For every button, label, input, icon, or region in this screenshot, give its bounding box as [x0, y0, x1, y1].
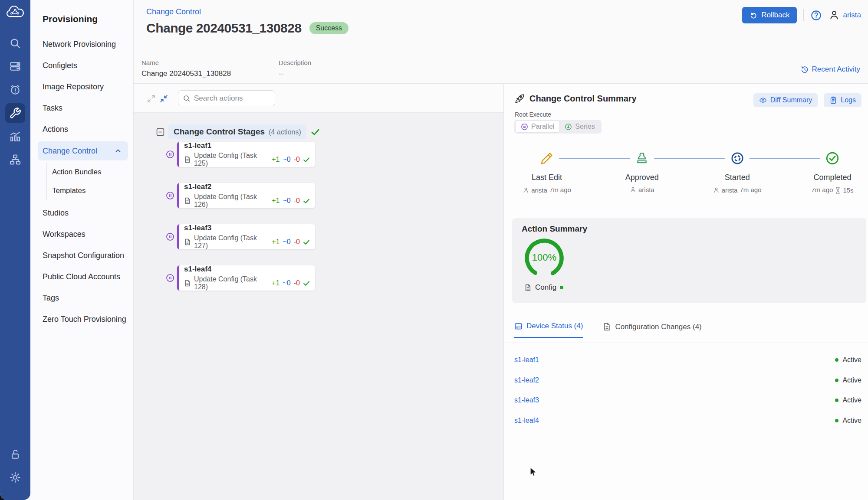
- rocket-icon: [514, 93, 525, 104]
- tab-configuration-changes[interactable]: Configuration Changes (4): [603, 322, 701, 338]
- sidebar-item-tasks[interactable]: Tasks: [30, 98, 133, 119]
- provisioning-wrench-icon[interactable]: [9, 107, 21, 119]
- stage-success-check-icon: [303, 239, 310, 246]
- device-link[interactable]: s1-leaf4: [514, 417, 539, 425]
- stage-success-check-icon: [303, 280, 310, 287]
- breadcrumb-change-control[interactable]: Change Control: [146, 7, 201, 16]
- collapse-node-icon[interactable]: [156, 128, 164, 136]
- lines-added-count: +1: [272, 279, 279, 287]
- tab-label: Configuration Changes (4): [615, 323, 701, 331]
- pencil-icon: [539, 151, 554, 166]
- stage-card-s1-leaf1[interactable]: s1-leaf1 Update Config (Task 125) +1 ~0 …: [177, 142, 315, 167]
- document-icon: [184, 156, 191, 163]
- sidebar-item-snapshot-configuration[interactable]: Snapshot Configuration: [30, 245, 133, 266]
- topology-icon[interactable]: [9, 154, 21, 166]
- device-row: s1-leaf3 Active: [514, 390, 861, 411]
- timeline-connector: [559, 158, 630, 159]
- sidebar-item-action-bundles[interactable]: Action Bundles: [47, 163, 133, 181]
- parallel-icon: [521, 123, 528, 131]
- stages-root-node[interactable]: Change Control Stages (4 actions): [168, 124, 306, 139]
- configuration-changes-tab-icon: [603, 323, 611, 331]
- timeline-step-time[interactable]: 7m ago: [740, 186, 761, 194]
- hourglass-icon: [835, 187, 841, 194]
- stage-card-s1-leaf2[interactable]: s1-leaf2 Update Config (Task 126) +1 ~0 …: [177, 183, 315, 208]
- parallel-toggle[interactable]: Parallel: [516, 121, 559, 132]
- sidebar-item-image-repository[interactable]: Image Repository: [30, 76, 133, 98]
- tabs-divider: [504, 343, 868, 343]
- timeline-step-time[interactable]: 7m ago: [549, 186, 571, 194]
- stage-card-s1-leaf4[interactable]: s1-leaf4 Update Config (Task 128) +1 ~0 …: [177, 265, 315, 291]
- active-status-dot: [835, 379, 838, 382]
- collapse-all-icon[interactable]: [159, 94, 168, 103]
- stage-name: s1-leaf3: [184, 224, 310, 232]
- stage-name: s1-leaf4: [184, 265, 310, 274]
- pause-circle-icon[interactable]: [166, 150, 174, 159]
- device-link[interactable]: s1-leaf1: [514, 356, 539, 364]
- rollback-button[interactable]: Rollback: [742, 7, 797, 23]
- person-icon: [630, 186, 636, 193]
- timeline-connector: [654, 158, 725, 159]
- parallel-label: Parallel: [531, 123, 554, 131]
- root-execute-label: Root Execute: [515, 111, 551, 118]
- stage-success-check-icon: [303, 156, 310, 163]
- diff-summary-label: Diff Summary: [770, 96, 812, 104]
- timeline-connector: [750, 158, 820, 159]
- description-field: Description --: [279, 59, 311, 78]
- sidebar-item-change-control[interactable]: Change Control: [38, 141, 128, 160]
- series-icon: [565, 123, 572, 131]
- logs-button[interactable]: Logs: [824, 93, 861, 107]
- lines-added-count: +1: [272, 238, 279, 246]
- change-control-timeline: Last Edit arista 7m ago Approved: [514, 149, 865, 199]
- recent-activity-link[interactable]: Recent Activity: [801, 65, 861, 74]
- device-row: s1-leaf1 Active: [514, 350, 861, 370]
- stage-card-s1-leaf3[interactable]: s1-leaf3 Update Config (Task 127) +1 ~0 …: [177, 224, 315, 249]
- settings-gear-icon[interactable]: [9, 471, 21, 484]
- document-icon: [524, 284, 532, 291]
- help-icon[interactable]: [810, 10, 822, 21]
- sidebar-item-zero-touch-provisioning[interactable]: Zero Touch Provisioning: [30, 309, 133, 330]
- lock-open-icon[interactable]: [9, 448, 21, 461]
- timeline-step-started: Started arista 7m ago: [705, 149, 770, 194]
- name-field: Name Change 20240531_130828: [141, 59, 231, 78]
- pause-circle-icon[interactable]: [166, 191, 174, 200]
- pause-circle-icon[interactable]: [166, 232, 174, 241]
- active-status-dot: [835, 399, 838, 402]
- started-target-icon: [730, 151, 745, 166]
- lines-added-count: +1: [272, 156, 279, 163]
- sidebar-item-actions[interactable]: Actions: [30, 119, 133, 140]
- search-icon[interactable]: [9, 37, 21, 49]
- sidebar-item-configlets[interactable]: Configlets: [30, 55, 133, 76]
- pause-circle-icon[interactable]: [166, 274, 174, 282]
- devices-icon[interactable]: [9, 60, 21, 72]
- sidebar-provisioning: Provisioning Network Provisioning Config…: [30, 0, 134, 500]
- series-toggle[interactable]: Series: [559, 121, 600, 132]
- dashboards-metrics-icon[interactable]: [9, 131, 21, 143]
- device-row: s1-leaf4 Active: [514, 411, 861, 431]
- stages-toolbar: [134, 84, 503, 113]
- device-link[interactable]: s1-leaf3: [514, 396, 539, 404]
- sidebar-item-workspaces[interactable]: Workspaces: [30, 224, 133, 245]
- device-link[interactable]: s1-leaf2: [514, 376, 539, 384]
- active-status-dot: [835, 419, 838, 422]
- tab-device-status[interactable]: Device Status (4): [514, 322, 583, 338]
- stage-action-label: Update Config (Task 128): [194, 275, 269, 291]
- config-action-item[interactable]: Config: [524, 283, 563, 292]
- document-icon: [184, 239, 191, 245]
- lines-added-count: +1: [272, 197, 279, 205]
- sidebar-item-tags[interactable]: Tags: [30, 288, 133, 309]
- check-circle-icon: [825, 151, 840, 166]
- cloudvision-logo-icon[interactable]: [6, 5, 25, 20]
- diff-summary-button[interactable]: Diff Summary: [753, 93, 818, 107]
- sidebar-item-network-provisioning[interactable]: Network Provisioning: [30, 34, 133, 55]
- sidebar-item-templates[interactable]: Templates: [47, 181, 133, 200]
- expand-all-icon[interactable]: [147, 94, 156, 103]
- timeline-step-user: arista: [722, 186, 738, 194]
- sidebar-item-public-cloud-accounts[interactable]: Public Cloud Accounts: [30, 266, 133, 288]
- person-icon: [713, 187, 720, 193]
- user-menu[interactable]: arista: [829, 10, 861, 21]
- events-alarm-icon[interactable]: [9, 84, 21, 96]
- timeline-step-time[interactable]: 7m ago: [811, 186, 833, 194]
- search-actions-input[interactable]: [194, 94, 270, 103]
- provisioning-active-highlight: [5, 103, 25, 123]
- sidebar-item-studios[interactable]: Studios: [30, 203, 133, 224]
